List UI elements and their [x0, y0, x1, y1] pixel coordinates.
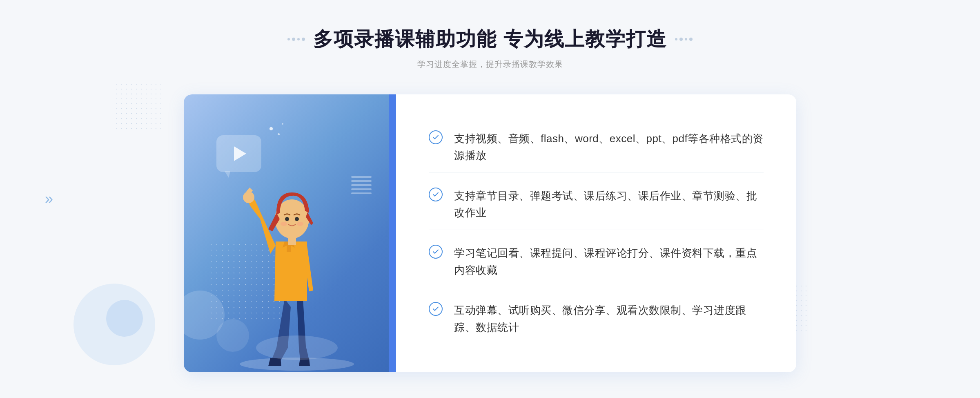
- check-icon-4: [429, 302, 443, 316]
- feature-text-1: 支持视频、音频、flash、word、excel、ppt、pdf等各种格式的资源…: [454, 130, 764, 164]
- main-card: 支持视频、音频、flash、word、excel、ppt、pdf等各种格式的资源…: [184, 94, 796, 372]
- header-dot-large: [689, 38, 693, 41]
- figure-illustration: [227, 152, 366, 372]
- svg-point-4: [295, 217, 299, 221]
- header-dot: [685, 38, 687, 40]
- deco-circle-small: [106, 300, 143, 337]
- feature-item-4: 互动弹幕、试听购买、微信分享、观看次数限制、学习进度跟踪、数据统计: [429, 294, 764, 344]
- header-title-row: 多项录播课辅助功能 专为线上教学打造: [287, 26, 692, 52]
- sparkle-3: [282, 123, 283, 125]
- feature-text-4: 互动弹幕、试听购买、微信分享、观看次数限制、学习进度跟踪、数据统计: [454, 302, 764, 336]
- feature-item-1: 支持视频、音频、flash、word、excel、ppt、pdf等各种格式的资源…: [429, 122, 764, 173]
- dot-grid-top-left: [114, 82, 163, 131]
- page-container: » 多项录播课辅助功能 专为线上教学打造 学习进度全掌握，提升录播课教学效果: [0, 0, 980, 398]
- header-dots-right: [675, 38, 693, 41]
- page-title: 多项录播课辅助功能 专为线上教学打造: [313, 26, 666, 52]
- chevron-left-deco: »: [45, 190, 53, 208]
- svg-point-3: [285, 217, 289, 221]
- svg-rect-7: [288, 237, 296, 245]
- check-icon-3: [429, 245, 443, 259]
- header-dot: [297, 38, 300, 40]
- feature-text-2: 支持章节目录、弹题考试、课后练习、课后作业、章节测验、批改作业: [454, 188, 764, 221]
- check-icon-1: [429, 130, 443, 144]
- header-dot-large: [679, 38, 683, 41]
- svg-point-5: [281, 222, 287, 226]
- svg-point-8: [256, 335, 338, 360]
- svg-point-6: [297, 222, 303, 226]
- feature-text-3: 学习笔记回看、课程提问、课程评论打分、课件资料下载，重点内容收藏: [454, 245, 764, 279]
- page-subtitle: 学习进度全掌握，提升录播课教学效果: [287, 59, 692, 70]
- feature-item-2: 支持章节目录、弹题考试、课后练习、课后作业、章节测验、批改作业: [429, 179, 764, 230]
- check-icon-2: [429, 188, 443, 201]
- header-dot-large: [302, 38, 305, 41]
- header-dot: [675, 38, 677, 40]
- sparkle-2: [278, 133, 280, 135]
- feature-item-3: 学习笔记回看、课程提问、课程评论打分、课件资料下载，重点内容收藏: [429, 237, 764, 287]
- sparkle-1: [270, 127, 273, 130]
- right-panel: 支持视频、音频、flash、word、excel、ppt、pdf等各种格式的资源…: [396, 94, 796, 372]
- header-dots-left: [287, 38, 305, 41]
- left-panel: [184, 94, 396, 372]
- header-dot-large: [292, 38, 295, 41]
- header-dot: [287, 38, 290, 40]
- header-section: 多项录播课辅助功能 专为线上教学打造 学习进度全掌握，提升录播课教学效果: [287, 26, 692, 70]
